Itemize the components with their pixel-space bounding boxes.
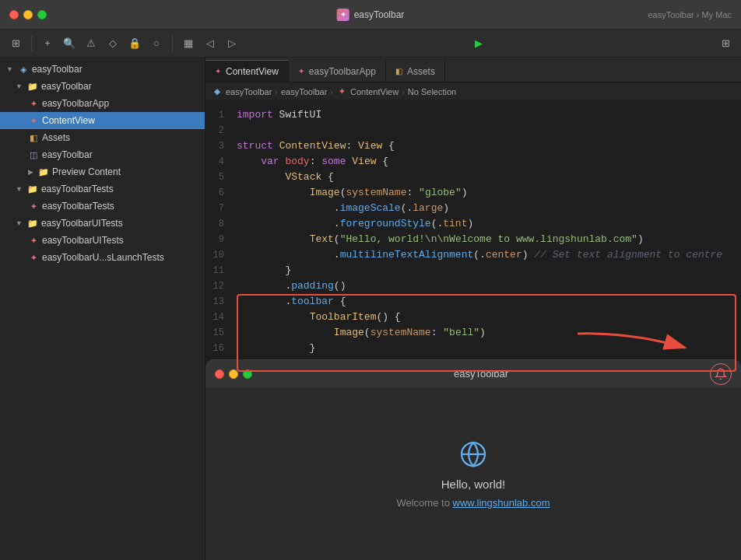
sidebar-item-label: ContentView xyxy=(42,115,95,126)
add-button[interactable]: + xyxy=(38,34,57,53)
sidebar-toggle-button[interactable]: ⊞ xyxy=(6,34,25,53)
assets-icon: ◧ xyxy=(28,132,39,143)
xcode-toolbar: ⊞ + 🔍 ⚠ ◇ 🔒 ○ ▦ ◁ ▷ ▶ ⊞ xyxy=(0,30,741,58)
tab-swift-icon: ✦ xyxy=(298,67,304,75)
sidebar-item-uitests-folder[interactable]: ▼ 📁 easyToolbarUITests xyxy=(0,215,205,232)
close-button[interactable] xyxy=(9,10,19,19)
preview-close-button[interactable] xyxy=(215,369,224,379)
sidebar-item-assets[interactable]: ◧ Assets xyxy=(0,129,205,146)
right-panel: ✦ ContentView ✦ easyToolbarApp ◧ Assets … xyxy=(205,58,741,560)
preview-traffic-lights xyxy=(215,369,252,379)
preview-hello-text: Hello, world! xyxy=(441,478,506,491)
code-line: 2 xyxy=(205,123,741,138)
sidebar-item-label: Preview Content xyxy=(52,166,121,177)
code-line: 5 VStack { xyxy=(205,170,741,185)
circle-button[interactable]: ○ xyxy=(147,34,166,53)
preview-title-bar: easyToolbar xyxy=(205,360,741,388)
breadcrumb-item-4[interactable]: No Selection xyxy=(408,87,456,96)
preview-minimize-button[interactable] xyxy=(229,369,238,379)
preview-title-text: easyToolbar xyxy=(252,368,710,380)
code-line: 6 Image(systemName: "globe") xyxy=(205,185,741,201)
main-area: ▼ ◈ easyToolbar ▼ 📁 easyToolbar ✦ easyTo… xyxy=(0,58,741,560)
sidebar-item-uitests-launch[interactable]: ✦ easyToolbarU...sLaunchTests xyxy=(0,249,205,266)
expand-triangle: ▼ xyxy=(6,65,13,73)
diamond-button[interactable]: ◇ xyxy=(104,34,122,53)
code-line: 7 .imageScale(.large) xyxy=(205,201,741,216)
sidebar-item-label: Assets xyxy=(42,132,70,143)
grid-button[interactable]: ▦ xyxy=(179,34,198,53)
tab-contentview[interactable]: ✦ ContentView xyxy=(205,60,289,82)
sidebar-item-easytoolbar-folder[interactable]: ▼ 📁 easyToolbar xyxy=(0,78,205,95)
code-line: 8 .foregroundStyle(.tint) xyxy=(205,216,741,232)
breadcrumb-item-3[interactable]: ContentView xyxy=(350,87,399,96)
code-line: 14 ToolbarItem() { xyxy=(205,310,741,325)
breadcrumb-bar: ◈ easyToolbar › easyToolbar › ✦ ContentV… xyxy=(205,82,741,101)
code-line: 10 .multilineTextAlignment(.center) // S… xyxy=(205,247,741,263)
code-line: 16 } xyxy=(205,341,741,356)
warning-button[interactable]: ⚠ xyxy=(82,34,100,53)
tab-assets[interactable]: ◧ Assets xyxy=(386,60,445,82)
swift-file-icon: ✦ xyxy=(28,252,39,263)
expand-triangle: ▼ xyxy=(16,219,23,227)
window-title: easyToolbar xyxy=(354,9,405,20)
toolbar-file-icon: ◫ xyxy=(28,149,39,160)
expand-triangle: ▼ xyxy=(16,82,23,90)
preview-maximize-button[interactable] xyxy=(243,369,252,379)
sidebar-item-easytoolbar-project[interactable]: ▼ ◈ easyToolbar xyxy=(0,61,205,78)
preview-welcome-text: Welcome to www.lingshunlab.com xyxy=(396,497,550,509)
folder-icon: 📁 xyxy=(27,81,38,92)
tab-label: Assets xyxy=(407,66,435,77)
preview-link[interactable]: www.lingshunlab.com xyxy=(453,497,550,509)
maximize-button[interactable] xyxy=(37,10,47,19)
globe-icon xyxy=(459,440,487,471)
run-button[interactable]: ▶ xyxy=(469,34,488,53)
sidebar-item-tests-folder[interactable]: ▼ 📁 easyToolbarTests xyxy=(0,180,205,198)
title-bar: ✦ easyToolbar easyToolbar › My Mac xyxy=(0,0,741,30)
sidebar-item-label: easyToolbar xyxy=(32,64,83,75)
lock-button[interactable]: 🔒 xyxy=(125,34,144,53)
breadcrumb-sep: › xyxy=(275,87,278,96)
breadcrumb-title: easyToolbar › My Mac xyxy=(648,10,732,19)
breadcrumb-file-icon: ✦ xyxy=(336,86,347,97)
swift-file-icon: ✦ xyxy=(28,235,39,246)
sidebar-item-contentview[interactable]: ✦ ContentView xyxy=(0,112,205,129)
code-line: 11 } xyxy=(205,263,741,278)
code-line: 4 var body: some View { xyxy=(205,154,741,170)
sidebar-item-easytoolbarapp[interactable]: ✦ easyToolbarApp xyxy=(0,95,205,112)
swift-file-icon: ✦ xyxy=(28,201,39,212)
folder-icon: 📁 xyxy=(38,166,49,177)
sidebar-item-tests-swift[interactable]: ✦ easyToolbarTests xyxy=(0,198,205,215)
sidebar-item-preview-content[interactable]: ▶ 📁 Preview Content xyxy=(0,163,205,180)
breadcrumb-item-1[interactable]: easyToolbar xyxy=(226,87,272,96)
sidebar-item-easytoolbar-file[interactable]: ◫ easyToolbar xyxy=(0,146,205,163)
code-line: 3 struct ContentView: View { xyxy=(205,138,741,154)
back-button[interactable]: ◁ xyxy=(201,34,219,53)
tab-bar: ✦ ContentView ✦ easyToolbarApp ◧ Assets xyxy=(205,58,741,82)
breadcrumb-item-2[interactable]: easyToolbar xyxy=(281,87,327,96)
separator2 xyxy=(172,36,173,51)
code-line: 9 Text("Hello, world!\n\nWelcome to www.… xyxy=(205,232,741,247)
project-icon: ◈ xyxy=(18,64,29,75)
breadcrumb-project-icon: ◈ xyxy=(212,86,223,97)
code-line: 13 .toolbar { xyxy=(205,294,741,310)
tab-swift-icon: ✦ xyxy=(215,67,221,75)
expand-triangle: ▶ xyxy=(28,168,33,176)
sidebar-item-label: easyToolbar xyxy=(42,149,93,160)
traffic-lights xyxy=(9,10,47,19)
search-button[interactable]: 🔍 xyxy=(60,34,79,53)
sidebar-item-label: easyToolbar xyxy=(41,81,92,92)
code-line: 15 Image(systemName: "bell") xyxy=(205,325,741,341)
inspector-button[interactable]: ⊞ xyxy=(716,34,735,53)
forward-button[interactable]: ▷ xyxy=(223,34,241,53)
preview-bell-button[interactable] xyxy=(710,363,732,385)
preview-content-area: Hello, world! Welcome to www.lingshunlab… xyxy=(205,388,741,560)
sidebar: ▼ ◈ easyToolbar ▼ 📁 easyToolbar ✦ easyTo… xyxy=(0,58,205,560)
welcome-prefix: Welcome to xyxy=(396,497,449,509)
sidebar-item-label: easyToolbarTests xyxy=(41,184,114,194)
separator xyxy=(31,36,32,51)
sidebar-item-uitests-swift[interactable]: ✦ easyToolbarUITests xyxy=(0,232,205,249)
minimize-button[interactable] xyxy=(23,10,33,19)
breadcrumb-sep: › xyxy=(330,87,333,96)
sidebar-item-label: easyToolbarApp xyxy=(42,98,109,109)
tab-easytoolbarapp[interactable]: ✦ easyToolbarApp xyxy=(289,60,386,82)
